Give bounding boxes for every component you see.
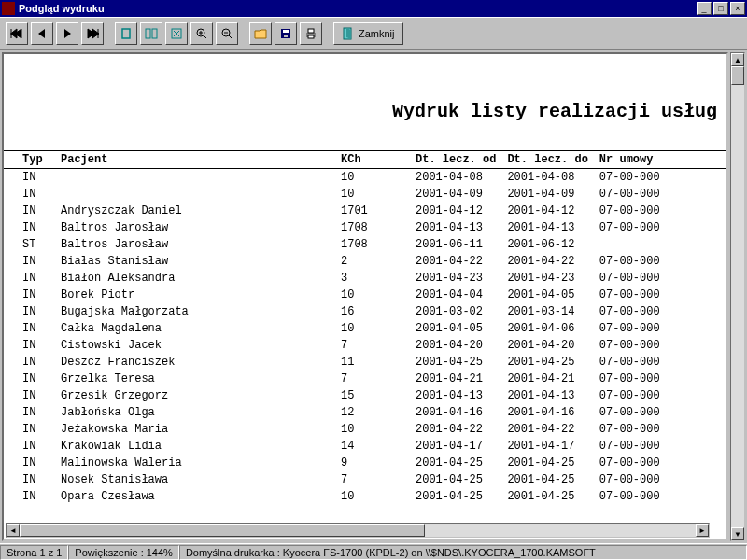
svg-rect-8 <box>284 35 288 37</box>
cell-do: 2001-04-25 <box>501 455 593 471</box>
last-page-button[interactable] <box>81 22 104 45</box>
cell-nr <box>594 236 726 253</box>
door-icon <box>342 27 355 40</box>
cell-od: 2001-04-25 <box>410 455 501 471</box>
status-printer: Domyślna drukarka : Kyocera FS-1700 (KPD… <box>179 545 747 560</box>
cell-kch: 9 <box>335 455 410 471</box>
cell-kch: 7 <box>335 371 410 387</box>
close-window-button[interactable]: × <box>730 2 745 15</box>
cell-nr: 07-00-000 <box>594 253 726 270</box>
maximize-button[interactable]: □ <box>713 2 728 15</box>
cell-pacjent: Cistowski Jacek <box>55 337 335 354</box>
cell-nr: 07-00-000 <box>594 203 726 219</box>
cell-nr: 07-00-000 <box>594 270 726 287</box>
cell-pacjent: Grzelka Teresa <box>55 371 335 387</box>
cell-typ: IN <box>4 404 55 421</box>
report-table: Typ Pacjent KCh Dt. lecz. od Dt. lecz. d… <box>4 150 726 505</box>
cell-od: 2001-04-25 <box>410 488 501 505</box>
cell-od: 2001-04-13 <box>410 387 501 404</box>
table-row: INGrzelka Teresa72001-04-212001-04-2107-… <box>4 371 726 387</box>
cell-do: 2001-04-16 <box>501 404 593 421</box>
cell-do: 2001-04-09 <box>501 186 593 203</box>
cell-pacjent: Grzesik Grzegorz <box>55 387 335 404</box>
print-button[interactable] <box>300 22 322 45</box>
next-page-button[interactable] <box>56 22 78 45</box>
fit-page-button[interactable] <box>165 22 188 45</box>
zoom-in-button[interactable] <box>190 22 213 45</box>
table-row: STBaltros Jarosław17082001-06-112001-06-… <box>4 236 726 253</box>
close-preview-button[interactable]: Zamknij <box>333 22 403 45</box>
save-button[interactable] <box>275 22 297 45</box>
cell-nr: 07-00-000 <box>594 337 726 354</box>
cell-pacjent: Jabłońska Olga <box>55 404 335 421</box>
cell-do: 2001-03-14 <box>501 303 593 320</box>
cell-kch: 7 <box>335 471 410 488</box>
scroll-right-button[interactable]: ► <box>696 524 709 537</box>
cell-pacjent: Opara Czesława <box>55 488 335 505</box>
col-dt-od: Dt. lecz. od <box>410 151 501 169</box>
cell-kch: 12 <box>335 404 410 421</box>
cell-nr: 07-00-000 <box>594 371 726 387</box>
col-nr-umowy: Nr umowy <box>594 151 726 169</box>
table-row: INBiałas Stanisław22001-04-222001-04-220… <box>4 253 726 270</box>
horizontal-scrollbar[interactable]: ◄ ► <box>6 523 710 538</box>
cell-kch: 3 <box>335 270 410 287</box>
cell-nr: 07-00-000 <box>594 320 726 337</box>
app-icon <box>2 2 15 15</box>
cell-kch: 10 <box>335 169 410 187</box>
vertical-scrollbar[interactable]: ▲ ▼ <box>730 52 745 541</box>
table-header-row: Typ Pacjent KCh Dt. lecz. od Dt. lecz. d… <box>4 151 726 169</box>
cell-kch: 10 <box>335 320 410 337</box>
cell-kch: 2 <box>335 253 410 270</box>
cell-od: 2001-04-20 <box>410 337 501 354</box>
cell-typ: IN <box>4 455 55 471</box>
window-title: Podgląd wydruku <box>19 3 695 14</box>
hscroll-thumb[interactable] <box>20 524 425 537</box>
cell-nr: 07-00-000 <box>594 287 726 303</box>
first-page-button[interactable] <box>6 22 28 45</box>
open-button[interactable] <box>249 22 272 45</box>
cell-pacjent: Deszcz Franciszek <box>55 354 335 371</box>
cell-do: 2001-04-13 <box>501 387 593 404</box>
toolbar: Zamknij <box>0 17 747 50</box>
scroll-left-button[interactable]: ◄ <box>7 524 20 537</box>
multi-page-button[interactable] <box>140 22 162 45</box>
col-kch: KCh <box>335 151 410 169</box>
cell-pacjent: Krakowiak Lidia <box>55 438 335 455</box>
cell-typ: IN <box>4 203 55 219</box>
cell-nr: 07-00-000 <box>594 186 726 203</box>
svg-rect-2 <box>152 29 157 38</box>
cell-typ: IN <box>4 354 55 371</box>
single-page-button[interactable] <box>115 22 137 45</box>
col-pacjent: Pacjent <box>55 151 335 169</box>
col-typ: Typ <box>4 151 55 169</box>
cell-nr: 07-00-000 <box>594 455 726 471</box>
minimize-button[interactable]: _ <box>697 2 712 15</box>
page-viewport[interactable]: Wydruk listy realizacji usług Typ Pacjen… <box>2 52 728 541</box>
cell-pacjent: Baltros Jarosław <box>55 236 335 253</box>
scroll-down-button[interactable]: ▼ <box>731 527 744 540</box>
cell-nr: 07-00-000 <box>594 404 726 421</box>
cell-pacjent: Nosek Stanisława <box>55 471 335 488</box>
cell-nr: 07-00-000 <box>594 471 726 488</box>
vscroll-thumb[interactable] <box>731 66 744 85</box>
cell-typ: IN <box>4 186 55 203</box>
cell-nr: 07-00-000 <box>594 488 726 505</box>
cell-do: 2001-04-12 <box>501 203 593 219</box>
cell-typ: IN <box>4 270 55 287</box>
zoom-out-button[interactable] <box>216 22 238 45</box>
scroll-up-button[interactable]: ▲ <box>731 53 744 66</box>
table-row: INJeżakowska Maria102001-04-222001-04-22… <box>4 421 726 438</box>
cell-pacjent: Andryszczak Daniel <box>55 203 335 219</box>
table-row: INBorek Piotr102001-04-042001-04-0507-00… <box>4 287 726 303</box>
svg-rect-7 <box>283 30 289 33</box>
cell-do: 2001-06-12 <box>501 236 593 253</box>
cell-pacjent <box>55 169 335 187</box>
prev-page-button[interactable] <box>31 22 53 45</box>
cell-kch: 1701 <box>335 203 410 219</box>
cell-do: 2001-04-20 <box>501 337 593 354</box>
cell-typ: IN <box>4 421 55 438</box>
cell-od: 2001-04-22 <box>410 253 501 270</box>
cell-do: 2001-04-25 <box>501 488 593 505</box>
title-bar: Podgląd wydruku _ □ × <box>0 0 747 17</box>
